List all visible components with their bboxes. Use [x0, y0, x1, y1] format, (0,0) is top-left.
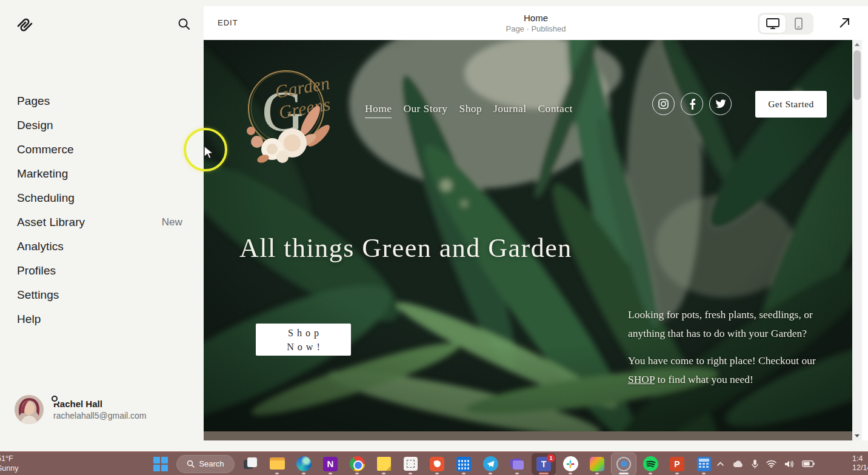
- intro-paragraph-2: You have come to right place! Checkout o…: [628, 351, 828, 388]
- slack-icon: [563, 456, 578, 471]
- adobe-cc-button[interactable]: [585, 453, 609, 475]
- task-view-icon: [244, 457, 257, 471]
- hero-heading: All things Green and Garden: [239, 233, 572, 264]
- file-explorer-icon: [270, 457, 285, 470]
- site-nav-contact[interactable]: Contact: [538, 102, 572, 118]
- site-nav-journal[interactable]: Journal: [493, 102, 526, 118]
- shop-link[interactable]: SHOP: [628, 373, 655, 385]
- new-badge: New: [162, 210, 182, 234]
- site-nav-our-story[interactable]: Our Story: [403, 102, 447, 118]
- system-tray: [716, 452, 815, 475]
- sidebar-item-profiles[interactable]: Profiles: [0, 259, 204, 283]
- instagram-icon[interactable]: [652, 93, 675, 115]
- file-explorer-button[interactable]: [265, 453, 289, 475]
- powerpoint-button[interactable]: P: [665, 453, 689, 475]
- user-name: Rachel Hall: [53, 399, 147, 409]
- intro-copy: Looking for pots, fresh plants, seedling…: [628, 305, 828, 388]
- intro-paragraph-1: Looking for pots, fresh plants, seedling…: [628, 305, 828, 342]
- teams-button[interactable]: T1: [532, 453, 556, 475]
- calculator-button[interactable]: [692, 453, 716, 475]
- sidebar-nav: Pages Design Commerce Marketing Scheduli…: [0, 89, 204, 331]
- sticky-notes-button[interactable]: [372, 453, 396, 475]
- squarespace-logo-icon[interactable]: [16, 16, 34, 34]
- taskbar-clock[interactable]: 1:4 12/14: [852, 454, 868, 473]
- account-button[interactable]: Rachel Hall rachelahall5@gmail.com: [15, 395, 147, 424]
- search-icon[interactable]: [177, 17, 192, 32]
- calculator-icon: [697, 457, 711, 471]
- scroll-up-arrow[interactable]: [852, 40, 862, 49]
- sidebar-item-analytics[interactable]: Analytics: [0, 234, 204, 259]
- weather-widget[interactable]: 51°F Sunny: [0, 454, 18, 473]
- snipping-tool-button[interactable]: [398, 453, 422, 475]
- sidebar-item-asset-library[interactable]: Asset Library New: [0, 210, 204, 234]
- sidebar-item-design[interactable]: Design: [0, 113, 204, 138]
- sticky-notes-icon: [377, 457, 391, 471]
- onedrive-cloud-icon[interactable]: [732, 460, 744, 468]
- facebook-icon[interactable]: [681, 93, 703, 115]
- desktop-view-button[interactable]: [760, 15, 786, 33]
- mobile-view-button[interactable]: [786, 15, 812, 33]
- device-toggle: [758, 13, 813, 35]
- telegram-button[interactable]: [478, 453, 502, 475]
- sidebar-item-settings[interactable]: Settings: [0, 283, 204, 307]
- teams-notification-badge: 1: [547, 454, 555, 462]
- snipping-tool-icon: [404, 457, 418, 471]
- screen-recorder-button[interactable]: [612, 453, 636, 475]
- onenote-button[interactable]: N: [318, 453, 342, 475]
- volume-icon[interactable]: [784, 460, 794, 468]
- sidebar-item-help[interactable]: Help: [0, 307, 204, 331]
- shop-now-button[interactable]: Shop Now!: [256, 324, 351, 356]
- next-section-strip: [204, 431, 852, 440]
- start-button[interactable]: [149, 453, 173, 475]
- windows-logo-icon: [153, 457, 168, 471]
- windows-taskbar: 51°F Sunny Search N T1 P 1: [0, 451, 868, 475]
- preview-scrollbar[interactable]: [852, 40, 862, 440]
- edge-icon: [296, 456, 312, 471]
- user-email: rachelahall5@gmail.com: [53, 411, 147, 420]
- purple-cards-icon: [510, 457, 524, 471]
- powerpoint-icon: P: [670, 457, 684, 471]
- twitter-icon[interactable]: [709, 93, 732, 115]
- sidebar-item-marketing[interactable]: Marketing: [0, 162, 204, 186]
- slack-button[interactable]: [558, 453, 583, 475]
- tray-chevron-icon[interactable]: [716, 462, 724, 467]
- search-icon: [187, 460, 195, 468]
- avatar: [15, 395, 44, 424]
- taskbar-center: Search N T1 P: [147, 452, 717, 475]
- taskbar-search[interactable]: Search: [176, 455, 235, 473]
- site-nav-home[interactable]: Home: [365, 102, 392, 118]
- calendar-button[interactable]: [452, 453, 476, 475]
- site-preview-panel: EDIT Home Page · Published: [204, 6, 868, 440]
- orange-app-button[interactable]: [425, 453, 449, 475]
- edge-button[interactable]: [292, 453, 316, 475]
- purple-cards-button[interactable]: [505, 453, 529, 475]
- site-nav: Home Our Story Shop Journal Contact: [365, 102, 573, 118]
- social-links: [652, 93, 732, 115]
- adobe-cc-icon: [590, 457, 604, 471]
- chrome-button[interactable]: [345, 453, 369, 475]
- get-started-button[interactable]: Get Started: [755, 91, 827, 118]
- open-in-new-tab-icon[interactable]: [838, 16, 851, 30]
- site-logo[interactable]: G Garden Greens: [239, 51, 336, 172]
- spotify-icon: [643, 456, 658, 471]
- sidebar-item-commerce[interactable]: Commerce: [0, 138, 204, 162]
- calendar-icon: [456, 457, 471, 471]
- screen-recorder-icon: [616, 457, 631, 471]
- task-view-button[interactable]: [238, 453, 262, 475]
- battery-icon[interactable]: [802, 460, 815, 467]
- site-nav-shop[interactable]: Shop: [459, 102, 482, 118]
- telegram-icon: [483, 456, 498, 471]
- microphone-icon[interactable]: [752, 459, 758, 469]
- orange-app-icon: [430, 457, 444, 471]
- wifi-icon[interactable]: [766, 460, 776, 468]
- spotify-button[interactable]: [638, 453, 663, 475]
- onenote-icon: N: [323, 457, 338, 471]
- preview-topbar: EDIT Home Page · Published: [204, 6, 868, 40]
- sidebar-item-scheduling[interactable]: Scheduling: [0, 186, 204, 210]
- chrome-icon: [350, 456, 365, 471]
- sidebar-item-pages[interactable]: Pages: [0, 89, 204, 113]
- member-badge-icon: [50, 394, 59, 404]
- site-canvas: G Garden Greens: [204, 40, 852, 431]
- scroll-down-arrow[interactable]: [852, 431, 862, 440]
- scrollbar-thumb[interactable]: [853, 50, 861, 100]
